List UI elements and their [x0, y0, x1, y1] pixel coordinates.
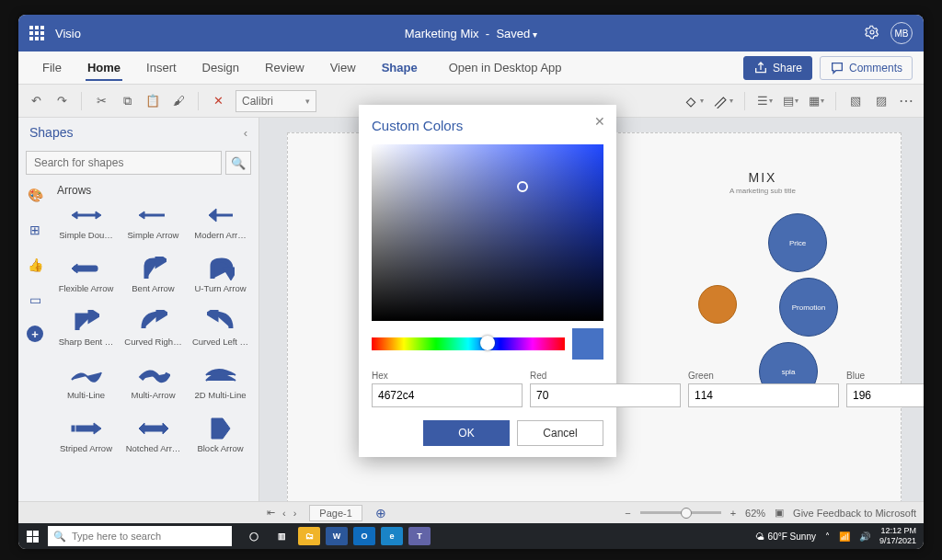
- outlook-icon[interactable]: O: [353, 527, 375, 545]
- explorer-icon[interactable]: 🗂: [298, 527, 320, 545]
- send-back-icon[interactable]: ▨: [873, 93, 890, 109]
- svg-marker-7: [209, 209, 216, 222]
- fill-color-button[interactable]: ▾: [684, 94, 704, 109]
- edge-icon[interactable]: e: [381, 527, 403, 545]
- copy-icon[interactable]: ⧉: [119, 93, 135, 109]
- cancel-button[interactable]: Cancel: [517, 420, 603, 446]
- shape-category: Arrows: [53, 182, 253, 202]
- saturation-picker[interactable]: [372, 144, 603, 321]
- shape-item[interactable]: Curved Righ…: [121, 309, 186, 360]
- svg-marker-9: [72, 264, 77, 273]
- zoom-level[interactable]: 62%: [745, 508, 765, 519]
- tab-insert[interactable]: Insert: [133, 51, 190, 85]
- word-icon[interactable]: W: [326, 527, 348, 545]
- avatar[interactable]: MB: [890, 22, 913, 44]
- stencil-basic-icon[interactable]: ⊞: [26, 221, 44, 239]
- red-input[interactable]: [530, 383, 681, 407]
- more-icon[interactable]: ⋯: [899, 92, 914, 109]
- svg-marker-12: [90, 311, 98, 320]
- page-tab[interactable]: Page-1: [309, 505, 362, 521]
- start-button[interactable]: [18, 531, 46, 543]
- shape-item[interactable]: Modern Arr…: [188, 202, 253, 254]
- shape-item[interactable]: Bent Arrow: [121, 256, 186, 307]
- diagram-node[interactable]: Price: [768, 213, 827, 272]
- clock[interactable]: 12:12 PM9/17/2021: [879, 526, 916, 546]
- taskbar-search[interactable]: 🔍 Type here to search: [48, 526, 232, 546]
- chevron-up-icon[interactable]: ˄: [825, 531, 830, 542]
- tab-design[interactable]: Design: [190, 51, 252, 85]
- cut-icon[interactable]: ✂: [93, 93, 109, 109]
- collapse-panel-icon[interactable]: ‹: [244, 126, 247, 140]
- shape-item[interactable]: Flexible Arrow: [53, 256, 119, 307]
- next-page-icon[interactable]: ›: [293, 508, 297, 519]
- share-button[interactable]: Share: [743, 56, 812, 80]
- add-page-button[interactable]: ⊕: [375, 506, 386, 520]
- shape-item[interactable]: U-Turn Arrow: [188, 256, 253, 307]
- shape-item[interactable]: Simple Arrow: [121, 202, 186, 254]
- zoom-out-icon[interactable]: −: [625, 508, 630, 519]
- tab-shape[interactable]: Shape: [369, 51, 431, 85]
- shape-item[interactable]: 2D Multi-Line: [188, 362, 253, 414]
- wifi-icon[interactable]: 📶: [839, 531, 850, 542]
- blue-input[interactable]: [846, 383, 924, 407]
- group-button[interactable]: ▦▾: [808, 93, 824, 109]
- undo-icon[interactable]: ↶: [28, 93, 44, 109]
- arrange-button[interactable]: ▤▾: [782, 93, 798, 109]
- hex-input[interactable]: [372, 383, 523, 407]
- task-view-icon[interactable]: ▥: [270, 527, 293, 545]
- svg-marker-13: [158, 310, 166, 318]
- document-title[interactable]: Marketing Mix - Saved▾: [18, 27, 924, 40]
- shape-item[interactable]: Striped Arrow: [53, 416, 119, 467]
- redo-icon[interactable]: ↷: [53, 93, 70, 109]
- hue-thumb[interactable]: [480, 336, 495, 350]
- diagram-node[interactable]: Promotion: [779, 278, 838, 337]
- shape-search-input[interactable]: [26, 151, 222, 175]
- diagram-subtitle: A marketing sub title: [698, 187, 827, 195]
- comments-button[interactable]: Comments: [820, 56, 913, 80]
- zoom-in-icon[interactable]: +: [730, 508, 736, 519]
- stencil-thumbs-icon[interactable]: 👍: [26, 256, 44, 274]
- shape-item[interactable]: Simple Dou…: [53, 202, 119, 254]
- fit-page-icon[interactable]: ▣: [775, 507, 784, 519]
- line-color-button[interactable]: ▾: [713, 94, 733, 109]
- volume-icon[interactable]: 🔊: [859, 531, 870, 542]
- weather-widget[interactable]: 🌤 60°F Sunny: [755, 531, 816, 542]
- diagram-center-node[interactable]: [698, 285, 737, 324]
- close-icon[interactable]: ✕: [594, 114, 605, 129]
- shape-item[interactable]: Curved Left …: [188, 309, 253, 360]
- zoom-slider[interactable]: [640, 511, 721, 514]
- search-icon[interactable]: 🔍: [225, 151, 251, 175]
- shape-item[interactable]: Block Arrow: [188, 416, 253, 467]
- teams-icon[interactable]: T: [408, 527, 431, 545]
- add-stencil-button[interactable]: +: [27, 326, 43, 342]
- feedback-link[interactable]: Give Feedback to Microsoft: [793, 508, 916, 519]
- app-launcher-icon[interactable]: [29, 26, 44, 40]
- green-input[interactable]: [688, 383, 839, 407]
- first-page-icon[interactable]: ⇤: [267, 507, 275, 519]
- align-button[interactable]: ☰▾: [756, 93, 773, 109]
- shape-item[interactable]: Notched Arr…: [121, 416, 186, 467]
- tab-home[interactable]: Home: [75, 51, 133, 85]
- tab-view[interactable]: View: [317, 51, 369, 85]
- stencil-palette-icon[interactable]: 🎨: [26, 186, 44, 204]
- ok-button[interactable]: OK: [423, 420, 510, 446]
- gear-icon[interactable]: [865, 25, 879, 42]
- bring-front-icon[interactable]: ▧: [847, 93, 864, 109]
- font-family-combo[interactable]: Calibri: [236, 90, 316, 112]
- prev-page-icon[interactable]: ‹: [282, 508, 286, 519]
- app-name: Visio: [55, 27, 81, 40]
- shape-item[interactable]: Multi-Arrow: [121, 362, 186, 414]
- paste-icon[interactable]: 📋: [144, 93, 161, 109]
- shape-item[interactable]: Sharp Bent …: [53, 309, 119, 360]
- tab-review[interactable]: Review: [252, 51, 317, 85]
- saturation-cursor[interactable]: [517, 181, 528, 192]
- tab-file[interactable]: File: [29, 51, 75, 85]
- hue-slider[interactable]: [372, 337, 565, 350]
- format-painter-icon[interactable]: 🖌: [170, 93, 187, 109]
- color-swatch: [572, 328, 603, 360]
- open-in-desktop-link[interactable]: Open in Desktop App: [449, 61, 562, 74]
- cortana-icon[interactable]: ◯: [243, 527, 265, 545]
- shape-item[interactable]: Multi-Line: [53, 362, 119, 414]
- stencil-shapes-icon[interactable]: ▭: [26, 291, 44, 309]
- delete-icon[interactable]: ✕: [210, 93, 226, 109]
